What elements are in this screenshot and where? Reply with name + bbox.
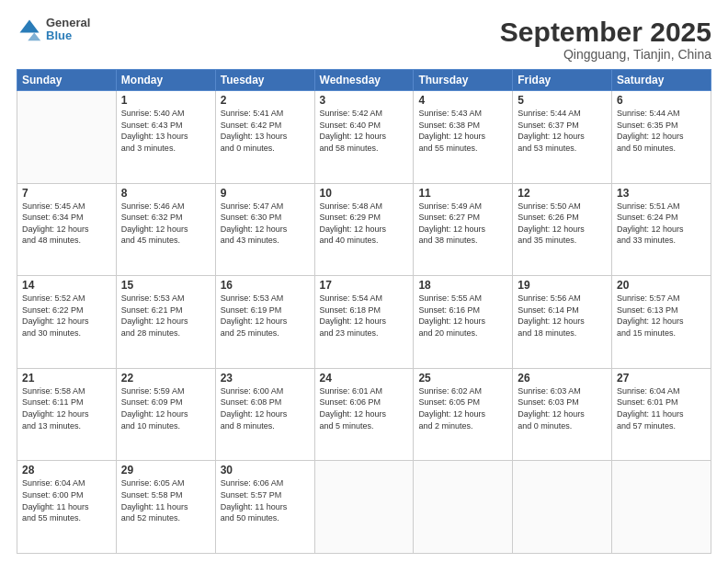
page: General Blue September 2025 Qingguang, T… [0, 0, 728, 563]
calendar-cell: 5Sunrise: 5:44 AMSunset: 6:37 PMDaylight… [513, 91, 612, 184]
cell-info: Sunrise: 5:41 AMSunset: 6:42 PMDaylight:… [221, 108, 310, 154]
cell-info: Sunrise: 5:50 AMSunset: 6:26 PMDaylight:… [518, 201, 607, 247]
calendar-cell: 3Sunrise: 5:42 AMSunset: 6:40 PMDaylight… [314, 91, 414, 184]
calendar-cell [513, 461, 612, 554]
day-number: 17 [320, 279, 409, 292]
cell-info: Sunrise: 6:06 AMSunset: 5:57 PMDaylight:… [221, 477, 310, 523]
calendar-cell: 12Sunrise: 5:50 AMSunset: 6:26 PMDayligh… [513, 183, 612, 276]
calendar-cell: 10Sunrise: 5:48 AMSunset: 6:29 PMDayligh… [314, 183, 414, 276]
day-number: 22 [121, 372, 210, 385]
day-number: 5 [518, 94, 607, 107]
day-number: 27 [617, 372, 706, 385]
cell-info: Sunrise: 5:57 AMSunset: 6:13 PMDaylight:… [617, 293, 706, 339]
day-number: 21 [22, 372, 111, 385]
cell-info: Sunrise: 6:02 AMSunset: 6:05 PMDaylight:… [418, 385, 507, 431]
calendar-cell: 4Sunrise: 5:43 AMSunset: 6:38 PMDaylight… [414, 91, 513, 184]
calendar-cell: 26Sunrise: 6:03 AMSunset: 6:03 PMDayligh… [513, 368, 612, 461]
day-number: 30 [221, 464, 310, 477]
svg-marker-0 [20, 20, 40, 33]
day-number: 8 [121, 187, 210, 200]
weekday-header-thursday: Thursday [414, 70, 513, 91]
day-number: 20 [617, 279, 706, 292]
title-block: September 2025 Qingguang, Tianjin, China [500, 17, 711, 62]
day-number: 1 [121, 94, 210, 107]
day-number: 10 [320, 187, 409, 200]
cell-info: Sunrise: 5:51 AMSunset: 6:24 PMDaylight:… [617, 201, 706, 247]
calendar-cell: 6Sunrise: 5:44 AMSunset: 6:35 PMDaylight… [612, 91, 711, 184]
calendar-cell: 8Sunrise: 5:46 AMSunset: 6:32 PMDaylight… [116, 183, 215, 276]
day-number: 29 [121, 464, 210, 477]
day-number: 19 [518, 279, 607, 292]
calendar-cell: 27Sunrise: 6:04 AMSunset: 6:01 PMDayligh… [612, 368, 711, 461]
calendar-cell: 2Sunrise: 5:41 AMSunset: 6:42 PMDaylight… [215, 91, 314, 184]
calendar-cell: 29Sunrise: 6:05 AMSunset: 5:58 PMDayligh… [116, 461, 215, 554]
day-number: 23 [221, 372, 310, 385]
calendar-cell: 13Sunrise: 5:51 AMSunset: 6:24 PMDayligh… [612, 183, 711, 276]
day-number: 9 [221, 187, 310, 200]
logo-line1: General [46, 17, 90, 29]
location: Qingguang, Tianjin, China [500, 47, 711, 62]
calendar-cell: 7Sunrise: 5:45 AMSunset: 6:34 PMDaylight… [17, 183, 117, 276]
weekday-header-wednesday: Wednesday [314, 70, 414, 91]
calendar-cell: 23Sunrise: 6:00 AMSunset: 6:08 PMDayligh… [215, 368, 314, 461]
day-number: 28 [22, 464, 111, 477]
calendar-cell: 25Sunrise: 6:02 AMSunset: 6:05 PMDayligh… [414, 368, 513, 461]
calendar-cell: 11Sunrise: 5:49 AMSunset: 6:27 PMDayligh… [414, 183, 513, 276]
calendar-cell: 21Sunrise: 5:58 AMSunset: 6:11 PMDayligh… [17, 368, 117, 461]
cell-info: Sunrise: 5:43 AMSunset: 6:38 PMDaylight:… [418, 108, 507, 154]
cell-info: Sunrise: 6:04 AMSunset: 6:01 PMDaylight:… [617, 385, 706, 431]
weekday-header-row: SundayMondayTuesdayWednesdayThursdayFrid… [17, 70, 711, 91]
cell-info: Sunrise: 5:47 AMSunset: 6:30 PMDaylight:… [221, 201, 310, 247]
cell-info: Sunrise: 6:03 AMSunset: 6:03 PMDaylight:… [518, 385, 607, 431]
calendar-cell: 14Sunrise: 5:52 AMSunset: 6:22 PMDayligh… [17, 276, 117, 369]
day-number: 13 [617, 187, 706, 200]
cell-info: Sunrise: 5:59 AMSunset: 6:09 PMDaylight:… [121, 385, 210, 431]
day-number: 15 [121, 279, 210, 292]
month-title: September 2025 [500, 17, 711, 47]
day-number: 16 [221, 279, 310, 292]
cell-info: Sunrise: 5:53 AMSunset: 6:21 PMDaylight:… [121, 293, 210, 339]
day-number: 2 [221, 94, 310, 107]
calendar-cell: 15Sunrise: 5:53 AMSunset: 6:21 PMDayligh… [116, 276, 215, 369]
cell-info: Sunrise: 5:46 AMSunset: 6:32 PMDaylight:… [121, 201, 210, 247]
day-number: 26 [518, 372, 607, 385]
cell-info: Sunrise: 5:40 AMSunset: 6:43 PMDaylight:… [121, 108, 210, 154]
cell-info: Sunrise: 5:53 AMSunset: 6:19 PMDaylight:… [221, 293, 310, 339]
calendar-cell: 30Sunrise: 6:06 AMSunset: 5:57 PMDayligh… [215, 461, 314, 554]
day-number: 4 [418, 94, 507, 107]
calendar-cell: 18Sunrise: 5:55 AMSunset: 6:16 PMDayligh… [414, 276, 513, 369]
calendar-cell: 28Sunrise: 6:04 AMSunset: 6:00 PMDayligh… [17, 461, 117, 554]
calendar-cell [314, 461, 414, 554]
cell-info: Sunrise: 5:55 AMSunset: 6:16 PMDaylight:… [418, 293, 507, 339]
svg-marker-1 [28, 33, 40, 41]
logo-icon [17, 17, 42, 42]
calendar-cell: 19Sunrise: 5:56 AMSunset: 6:14 PMDayligh… [513, 276, 612, 369]
cell-info: Sunrise: 6:05 AMSunset: 5:58 PMDaylight:… [121, 477, 210, 523]
cell-info: Sunrise: 6:01 AMSunset: 6:06 PMDaylight:… [320, 385, 409, 431]
calendar-cell: 20Sunrise: 5:57 AMSunset: 6:13 PMDayligh… [612, 276, 711, 369]
calendar-cell: 24Sunrise: 6:01 AMSunset: 6:06 PMDayligh… [314, 368, 414, 461]
weekday-header-monday: Monday [116, 70, 215, 91]
day-number: 12 [518, 187, 607, 200]
week-row-1: 1Sunrise: 5:40 AMSunset: 6:43 PMDaylight… [17, 91, 711, 184]
cell-info: Sunrise: 5:54 AMSunset: 6:18 PMDaylight:… [320, 293, 409, 339]
week-row-4: 21Sunrise: 5:58 AMSunset: 6:11 PMDayligh… [17, 368, 711, 461]
cell-info: Sunrise: 5:58 AMSunset: 6:11 PMDaylight:… [22, 385, 111, 431]
logo-text: General Blue [46, 17, 90, 43]
cell-info: Sunrise: 6:04 AMSunset: 6:00 PMDaylight:… [22, 477, 111, 523]
calendar-cell [414, 461, 513, 554]
day-number: 24 [320, 372, 409, 385]
calendar-cell: 22Sunrise: 5:59 AMSunset: 6:09 PMDayligh… [116, 368, 215, 461]
weekday-header-friday: Friday [513, 70, 612, 91]
logo: General Blue [17, 17, 90, 43]
day-number: 3 [320, 94, 409, 107]
day-number: 18 [418, 279, 507, 292]
cell-info: Sunrise: 5:45 AMSunset: 6:34 PMDaylight:… [22, 201, 111, 247]
header: General Blue September 2025 Qingguang, T… [17, 17, 711, 62]
calendar: SundayMondayTuesdayWednesdayThursdayFrid… [17, 69, 711, 554]
day-number: 14 [22, 279, 111, 292]
cell-info: Sunrise: 6:00 AMSunset: 6:08 PMDaylight:… [221, 385, 310, 431]
cell-info: Sunrise: 5:52 AMSunset: 6:22 PMDaylight:… [22, 293, 111, 339]
calendar-cell: 9Sunrise: 5:47 AMSunset: 6:30 PMDaylight… [215, 183, 314, 276]
cell-info: Sunrise: 5:48 AMSunset: 6:29 PMDaylight:… [320, 201, 409, 247]
